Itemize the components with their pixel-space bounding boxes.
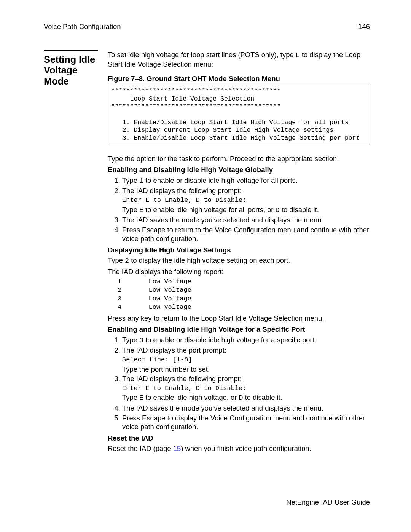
specific-step-3: The IAD displays the following prompt: E… — [122, 374, 370, 403]
subhead-display: Displaying Idle High Voltage Settings — [108, 246, 370, 255]
display-p3: Press any key to return to the Loop Star… — [108, 314, 370, 323]
specific-step2-code: Select Line: [1-8] — [122, 356, 370, 364]
footer-text: NetEngine IAD User Guide — [286, 498, 370, 507]
voltage-report: 1 Low Voltage 2 Low Voltage 3 Low Voltag… — [118, 278, 370, 311]
after-figure-paragraph: Type the option for the task to perform.… — [108, 154, 370, 163]
keypress-l: L — [296, 51, 300, 59]
header-page-number: 146 — [358, 22, 370, 31]
global-step-3: The IAD saves the mode you’ve selected a… — [122, 216, 370, 225]
specific-step-1: Type 3 to enable or disable idle high vo… — [122, 335, 370, 345]
reset-paragraph: Reset the IAD (page 15) when you finish … — [108, 444, 370, 453]
global-step-2: The IAD displays the following prompt: E… — [122, 186, 370, 215]
subhead-specific: Enabling and DIsabling Idle High Voltage… — [108, 325, 370, 334]
specific-step3-code: Enter E to Enable, D to Disable: — [122, 384, 370, 393]
page-header: Voice Path Configuration 146 — [44, 22, 370, 31]
specific-step-4: The IAD saves the mode you’ve selected a… — [122, 404, 370, 413]
specific-steps: Type 3 to enable or disable idle high vo… — [108, 335, 370, 431]
intro-paragraph: To set idle high voltage for loop start … — [108, 50, 370, 69]
global-step2-code: Enter E to Enable, D to Disable: — [122, 196, 370, 204]
global-step-4: Press Escape to return to the Voice Conf… — [122, 225, 370, 243]
global-steps: Type 1 to enable or disable idle high vo… — [108, 176, 370, 243]
display-p1: Type 2 to display the idle high voltage … — [108, 256, 370, 266]
header-left: Voice Path Configuration — [44, 22, 121, 31]
page-link-15[interactable]: 15 — [173, 444, 181, 452]
section-heading: Setting Idle Voltage Mode — [44, 54, 98, 87]
main-column: To set idle high voltage for loop start … — [108, 50, 370, 455]
specific-step-5: Press Escape to display the Voice Config… — [122, 414, 370, 431]
figure-caption: Figure 7–8. Ground Start OHT Mode Select… — [108, 74, 370, 83]
specific-step-2: The IAD displays the port prompt: Select… — [122, 346, 370, 374]
sidebar-rule — [44, 50, 98, 51]
display-p2: The IAD displays the following report: — [108, 267, 370, 276]
subhead-global: Enabling and DIsabling Idle High Voltage… — [108, 165, 370, 174]
subhead-reset: Reset the IAD — [108, 434, 370, 443]
global-step-1: Type 1 to enable or disable idle high vo… — [122, 176, 370, 186]
sidebar: Setting Idle Voltage Mode — [44, 50, 98, 87]
figure-codebox: ****************************************… — [108, 85, 370, 145]
